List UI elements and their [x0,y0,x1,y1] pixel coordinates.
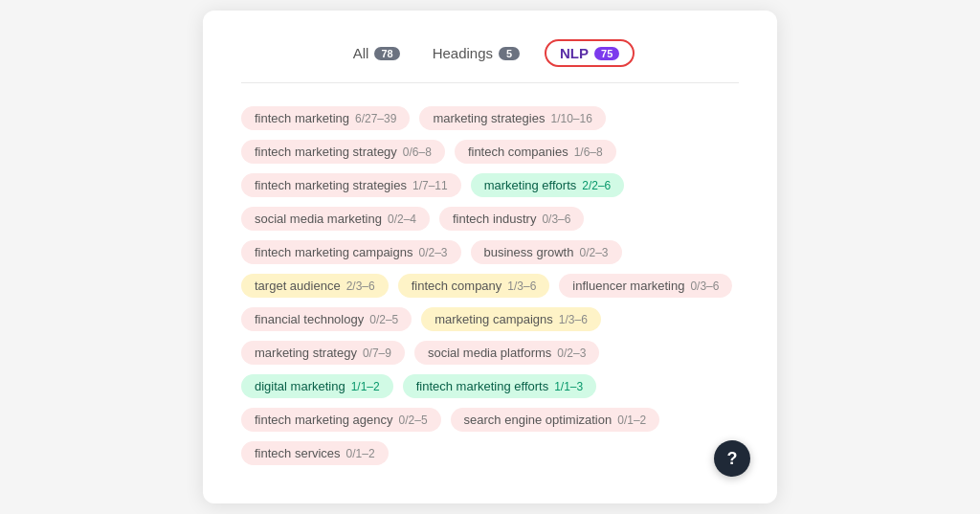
tag-score: 0/3–6 [542,212,570,226]
tab-headings-label: Headings [433,45,493,61]
tag-label: financial technology [255,312,364,326]
tag-score: 0/2–4 [388,212,416,226]
tag-score: 2/2–6 [582,179,611,192]
tag-label: marketing efforts [484,178,577,192]
tag-item[interactable]: financial technology0/2–5 [241,307,412,331]
tag-item[interactable]: fintech marketing campaigns0/2–3 [241,240,461,264]
tag-score: 0/3–6 [690,279,719,293]
tag-item[interactable]: social media platforms0/2–3 [414,341,599,365]
tag-item[interactable]: marketing campaigns1/3–6 [421,307,601,331]
tag-score: 1/7–11 [412,179,448,192]
tag-label: marketing strategies [433,111,545,125]
tag-score: 1/6–8 [574,145,603,159]
tag-item[interactable]: fintech services0/1–2 [241,441,389,465]
tag-label: fintech marketing [255,111,349,125]
tag-score: 0/1–2 [617,413,646,427]
tag-label: fintech marketing strategies [255,178,407,192]
tag-label: fintech marketing efforts [416,379,549,393]
tab-all-label: All [353,45,369,61]
tab-headings[interactable]: Headings 5 [425,41,527,65]
tag-item[interactable]: marketing strategy0/7–9 [241,341,405,365]
tag-score: 1/10–16 [550,112,591,125]
tag-item[interactable]: fintech marketing6/27–39 [241,106,410,130]
help-button[interactable]: ? [714,440,750,477]
tag-item[interactable]: business growth0/2–3 [471,240,622,264]
tag-score: 1/3–6 [559,313,588,326]
tag-score: 6/27–39 [355,112,396,125]
tag-item[interactable]: target audience2/3–6 [241,274,389,298]
tag-label: fintech services [255,446,341,460]
tag-label: fintech marketing strategy [255,145,397,159]
tag-label: digital marketing [255,379,345,393]
tag-item[interactable]: influencer marketing0/3–6 [559,274,732,298]
tag-item[interactable]: fintech industry0/3–6 [439,207,584,231]
tag-label: fintech marketing campaigns [255,245,412,259]
tag-label: fintech industry [453,212,536,226]
tag-score: 0/2–3 [557,346,586,360]
tags-container: fintech marketing6/27–39marketing strate… [241,106,739,465]
tag-score: 0/2–3 [579,246,608,259]
tag-item[interactable]: fintech company1/3–6 [398,274,550,298]
tag-score: 1/1–3 [554,380,583,393]
tag-item[interactable]: fintech companies1/6–8 [455,140,616,164]
tag-score: 0/2–5 [369,313,398,326]
tag-item[interactable]: fintech marketing efforts1/1–3 [403,374,597,398]
tag-label: fintech companies [468,145,568,159]
main-card: All 78 Headings 5 NLP 75 fintech marketi… [203,11,777,503]
tag-label: target audience [255,279,341,293]
tab-all-badge: 78 [374,47,399,60]
tag-item[interactable]: digital marketing1/1–2 [241,374,393,398]
tag-score: 2/3–6 [346,279,375,293]
tag-score: 0/6–8 [403,145,432,159]
tag-label: marketing campaigns [434,312,553,326]
tab-nlp-label: NLP [560,45,589,61]
tab-nlp[interactable]: NLP 75 [545,39,635,67]
tag-label: marketing strategy [255,346,357,360]
tag-item[interactable]: search engine optimization0/1–2 [451,408,660,432]
tag-item[interactable]: fintech marketing agency0/2–5 [241,408,441,432]
tag-score: 1/3–6 [507,279,536,293]
tag-label: business growth [484,245,574,259]
tag-label: search engine optimization [464,413,612,427]
tag-label: social media marketing [255,212,382,226]
tag-score: 0/1–2 [346,447,375,460]
tab-all[interactable]: All 78 [345,41,408,65]
tag-score: 0/2–5 [399,413,428,427]
tag-item[interactable]: marketing strategies1/10–16 [419,106,605,130]
tag-label: fintech company [412,279,502,293]
tag-item[interactable]: fintech marketing strategies1/7–11 [241,173,461,197]
tag-score: 1/1–2 [351,380,380,393]
tag-label: fintech marketing agency [255,413,393,427]
tag-label: social media platforms [428,346,551,360]
tag-score: 0/2–3 [418,246,447,259]
tab-headings-badge: 5 [499,47,520,60]
tag-label: influencer marketing [572,279,684,293]
tab-nlp-badge: 75 [594,47,619,60]
tag-item[interactable]: fintech marketing strategy0/6–8 [241,140,445,164]
tag-item[interactable]: social media marketing0/2–4 [241,207,430,231]
tag-score: 0/7–9 [363,346,391,360]
tag-item[interactable]: marketing efforts2/2–6 [471,173,625,197]
tab-bar: All 78 Headings 5 NLP 75 [241,39,739,83]
